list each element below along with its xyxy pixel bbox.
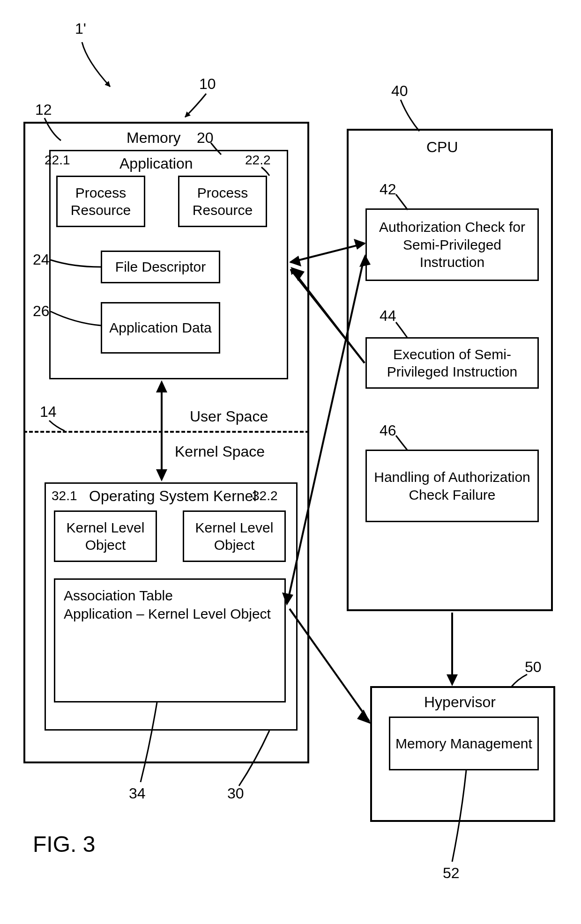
kernel-obj-1-label: Kernel Level Object [58, 519, 153, 554]
ref-20: 20 [197, 129, 214, 147]
application-title: Application [119, 155, 193, 172]
ref-44: 44 [380, 307, 396, 325]
application-data-label: Application Data [109, 319, 211, 337]
hypervisor-mm: Memory Management [389, 717, 539, 770]
cpu-auth-check-label: Authorization Check for Semi-Privileged … [370, 218, 535, 271]
assoc-line1: Association Table [64, 586, 276, 605]
assoc-line2: Application – Kernel Level Object [64, 605, 276, 623]
cpu-title: CPU [426, 138, 458, 156]
ref-52: 52 [443, 864, 460, 882]
user-space-label: User Space [190, 407, 268, 425]
ref-40: 40 [391, 82, 408, 100]
process-resource-2: Process Resource [178, 176, 267, 227]
svg-marker-13 [357, 710, 371, 724]
kernel-obj-1: Kernel Level Object [54, 510, 157, 562]
application-data: Application Data [101, 302, 220, 354]
ref-24: 24 [33, 251, 50, 268]
process-resource-2-label: Process Resource [182, 184, 263, 219]
ref-22-2: 22.2 [245, 152, 271, 168]
cpu-fail-handle-label: Handling of Authorization Check Failure [370, 468, 535, 503]
figure-label: FIG. 3 [33, 831, 95, 857]
cpu-auth-check: Authorization Check for Semi-Privileged … [365, 208, 539, 281]
hypervisor-title: Hypervisor [424, 693, 496, 711]
ref-50: 50 [525, 658, 542, 676]
cpu-exec-label: Execution of Semi-Privileged Instruction [370, 346, 535, 381]
ref-22-1: 22.1 [45, 152, 70, 168]
os-kernel-title: Operating System Kernel [89, 487, 257, 505]
ref-32-2: 32.2 [252, 488, 278, 504]
ref-1prime: 1' [75, 20, 86, 37]
memory-title: Memory [127, 129, 181, 147]
process-resource-1: Process Resource [56, 176, 145, 227]
cpu-exec: Execution of Semi-Privileged Instruction [365, 337, 539, 389]
ref-32-1: 32.1 [52, 488, 77, 504]
kernel-obj-2-label: Kernel Level Object [187, 519, 282, 554]
kernel-obj-2: Kernel Level Object [183, 510, 286, 562]
ref-12: 12 [35, 101, 52, 118]
ref-10: 10 [199, 75, 216, 93]
ref-30: 30 [227, 784, 244, 802]
svg-marker-15 [447, 674, 458, 686]
file-descriptor-label: File Descriptor [115, 258, 206, 276]
cpu-fail-handle: Handling of Authorization Check Failure [365, 450, 539, 522]
ref-14: 14 [40, 403, 57, 421]
association-table: Association Table Application – Kernel L… [54, 578, 286, 702]
ref-26: 26 [33, 302, 50, 320]
kernel-space-label: Kernel Space [175, 443, 265, 460]
ref-46: 46 [380, 421, 396, 439]
diagram-canvas: 1' 10 12 40 Memory User Space Kernel Spa… [0, 0, 581, 924]
process-resource-1-label: Process Resource [60, 184, 141, 219]
ref-42: 42 [380, 180, 396, 198]
hypervisor-mm-label: Memory Management [395, 735, 532, 753]
file-descriptor: File Descriptor [101, 251, 220, 283]
ref-34: 34 [129, 784, 146, 802]
user-kernel-divider [23, 431, 309, 433]
